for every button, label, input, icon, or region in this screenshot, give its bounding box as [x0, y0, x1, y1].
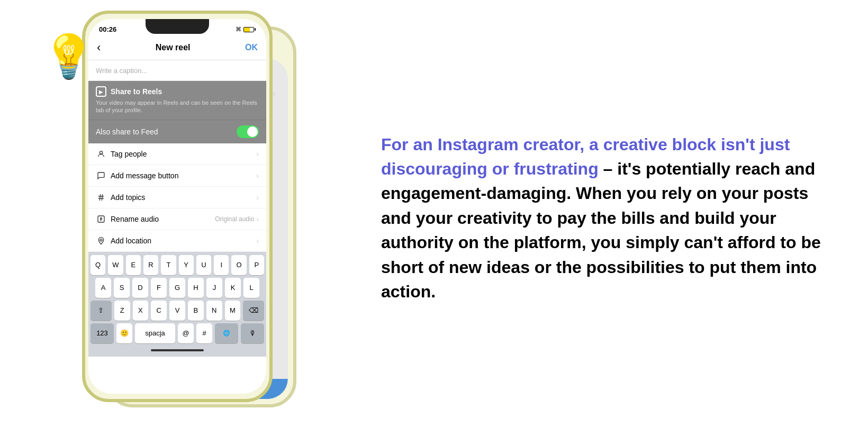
- key-at[interactable]: @: [178, 323, 194, 343]
- rename-audio-label: Rename audio: [111, 215, 159, 223]
- rename-audio-chevron: ›: [256, 215, 259, 223]
- key-n[interactable]: N: [206, 301, 222, 321]
- key-globe[interactable]: 🌐: [215, 323, 238, 343]
- key-f[interactable]: F: [151, 278, 167, 298]
- keyboard-row-1: Q W E R T Y U I O P: [91, 255, 264, 275]
- phone-screen: 00:26 ⌘ ‹ New reel OK: [88, 19, 266, 394]
- key-z[interactable]: Z: [114, 301, 130, 321]
- right-section: For an Instagram creator, a creative blo…: [360, 111, 868, 325]
- key-b[interactable]: B: [188, 301, 204, 321]
- key-hash[interactable]: #: [196, 323, 212, 343]
- ok-button[interactable]: OK: [245, 43, 258, 52]
- share-to-reels-section: ▶ Share to Reels Your video may appear i…: [88, 81, 266, 120]
- caption-placeholder: Write a caption...: [96, 67, 147, 75]
- key-w[interactable]: W: [108, 255, 123, 275]
- key-e[interactable]: E: [126, 255, 141, 275]
- key-j[interactable]: J: [206, 278, 222, 298]
- add-topics-item[interactable]: Add topics ›: [88, 187, 266, 208]
- key-g[interactable]: G: [169, 278, 185, 298]
- add-location-item[interactable]: Add location ›: [88, 230, 266, 252]
- add-message-button-item[interactable]: Add message button ›: [88, 165, 266, 187]
- caption-area[interactable]: Write a caption...: [88, 60, 266, 81]
- wifi-icon: ⌘: [236, 26, 241, 33]
- rename-audio-item[interactable]: Rename audio Original audio ›: [88, 208, 266, 230]
- svg-line-3: [100, 194, 100, 201]
- message-icon: [96, 170, 106, 181]
- key-u[interactable]: U: [196, 255, 211, 275]
- key-q[interactable]: Q: [91, 255, 105, 275]
- share-reels-title: Share to Reels: [111, 87, 162, 96]
- key-i[interactable]: I: [214, 255, 229, 275]
- add-message-label: Add message button: [111, 171, 178, 180]
- keyboard-row-2: A S D F G H J K L: [91, 278, 264, 298]
- status-time: 00:26: [99, 25, 116, 33]
- key-h[interactable]: H: [188, 278, 204, 298]
- key-mic[interactable]: 🎙: [241, 323, 264, 343]
- share-reels-icon: ▶: [96, 86, 106, 97]
- key-s[interactable]: S: [114, 278, 130, 298]
- svg-point-0: [100, 151, 102, 153]
- tag-people-label: Tag people: [111, 150, 147, 158]
- battery-icon: [243, 27, 256, 32]
- status-icons: ⌘: [236, 26, 256, 33]
- key-shift[interactable]: ⇧: [91, 301, 112, 321]
- article-text: For an Instagram creator, a creative blo…: [381, 132, 836, 304]
- nav-title: New reel: [156, 43, 191, 52]
- key-a[interactable]: A: [95, 278, 111, 298]
- key-l[interactable]: L: [243, 278, 259, 298]
- lightbulb-icon: 💡: [42, 32, 95, 81]
- left-section: 💡 Your video may appear in Reels and can…: [0, 0, 360, 436]
- keyboard-row-3: ⇧ Z X C V B N M ⌫: [91, 301, 264, 321]
- key-d[interactable]: D: [132, 278, 148, 298]
- key-c[interactable]: C: [151, 301, 167, 321]
- key-space[interactable]: spacja: [135, 323, 175, 343]
- normal-text: – it's potentially reach and engagement-…: [381, 159, 821, 301]
- add-location-chevron: ›: [256, 237, 259, 245]
- key-o[interactable]: O: [231, 255, 246, 275]
- keyboard-row-4: 123 🙂 spacja @ # 🌐 🎙: [91, 323, 264, 343]
- phone-front: 00:26 ⌘ ‹ New reel OK: [82, 11, 273, 402]
- svg-line-4: [102, 194, 102, 201]
- key-y[interactable]: Y: [179, 255, 194, 275]
- key-p[interactable]: P: [249, 255, 264, 275]
- key-delete[interactable]: ⌫: [243, 301, 264, 321]
- keyboard: Q W E R T Y U I O P A S D F G H: [88, 252, 266, 357]
- key-t[interactable]: T: [161, 255, 176, 275]
- key-m[interactable]: M: [225, 301, 241, 321]
- rename-audio-right: Original audio ›: [215, 215, 259, 223]
- tag-people-icon: [96, 149, 106, 159]
- location-icon: [96, 235, 106, 246]
- also-share-feed-label: Also share to Feed: [96, 128, 158, 136]
- key-v[interactable]: V: [169, 301, 185, 321]
- share-feed-toggle[interactable]: [237, 125, 259, 138]
- home-indicator-bar: [91, 346, 264, 353]
- menu-items-list: Tag people › Add message button ›: [88, 143, 266, 252]
- also-share-feed-row: Also share to Feed: [88, 120, 266, 143]
- add-topics-label: Add topics: [111, 193, 145, 202]
- home-indicator: [151, 349, 204, 351]
- hashtag-icon: [96, 192, 106, 203]
- tag-people-item[interactable]: Tag people ›: [88, 143, 266, 165]
- key-123[interactable]: 123: [91, 323, 114, 343]
- add-topics-chevron: ›: [256, 193, 259, 202]
- svg-point-6: [100, 239, 102, 241]
- audio-icon: [96, 214, 106, 224]
- key-r[interactable]: R: [143, 255, 158, 275]
- app-nav: ‹ New reel OK: [88, 35, 266, 60]
- share-reels-desc: Your video may appear in Reels and can b…: [96, 99, 259, 114]
- original-audio-label: Original audio: [215, 215, 254, 223]
- add-message-chevron: ›: [256, 171, 259, 180]
- notch: [146, 19, 209, 34]
- key-emoji[interactable]: 🙂: [116, 323, 132, 343]
- key-k[interactable]: K: [225, 278, 241, 298]
- tag-people-chevron: ›: [256, 150, 259, 158]
- key-x[interactable]: X: [133, 301, 149, 321]
- add-location-label: Add location: [111, 237, 151, 245]
- back-button[interactable]: ‹: [97, 41, 101, 54]
